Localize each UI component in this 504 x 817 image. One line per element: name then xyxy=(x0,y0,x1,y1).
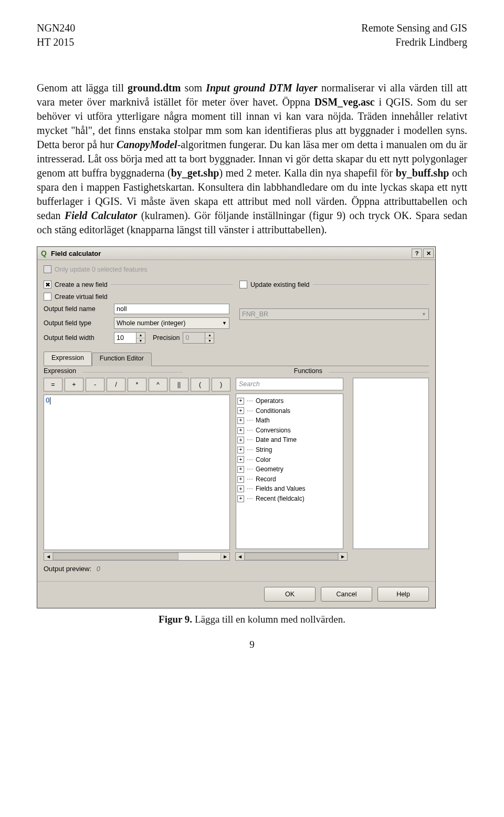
checkbox-icon xyxy=(44,265,51,273)
cancel-button[interactable]: Cancel xyxy=(321,587,372,602)
op-plus-button[interactable]: + xyxy=(65,378,83,391)
op-lparen-button[interactable]: ( xyxy=(191,378,209,391)
function-search-input[interactable]: Search xyxy=(236,378,343,390)
text: som xyxy=(181,82,206,94)
tree-dots-icon: ⋯ xyxy=(247,464,254,474)
output-type-dropdown[interactable]: Whole number (integer) ▼ xyxy=(114,317,229,329)
param-input-ground: Input ground DTM layer xyxy=(206,82,318,94)
scroll-right-icon[interactable]: ▶ xyxy=(338,553,347,560)
expand-icon[interactable]: + xyxy=(237,447,244,453)
scroll-right-icon[interactable]: ▶ xyxy=(220,553,229,560)
tree-label: Math xyxy=(256,416,270,426)
help-button[interactable]: Help xyxy=(377,587,429,602)
op-divide-button[interactable]: / xyxy=(107,378,125,391)
close-titlebar-button[interactable]: ✕ xyxy=(423,249,434,258)
tree-item-operators[interactable]: +⋯Operators xyxy=(237,396,342,406)
tree-hscrollbar[interactable]: ◀ ▶ xyxy=(235,552,348,561)
output-preview: Output preview: 0 xyxy=(44,565,429,573)
scroll-left-icon[interactable]: ◀ xyxy=(44,553,53,560)
tree-item-geometry[interactable]: +⋯Geometry xyxy=(237,464,342,474)
figure-text: Lägga till en kolumn med nollvärden. xyxy=(192,614,345,625)
tree-item-color[interactable]: +⋯Color xyxy=(237,455,342,465)
expand-icon[interactable]: + xyxy=(237,407,244,414)
scroll-track[interactable] xyxy=(245,553,338,560)
expand-icon[interactable]: + xyxy=(237,466,244,473)
op-rparen-button[interactable]: ) xyxy=(212,378,230,391)
existing-field-value: FNR_BR xyxy=(242,311,268,318)
functions-section-label: Functions xyxy=(294,366,322,378)
tree-dots-icon: ⋯ xyxy=(247,406,254,416)
search-placeholder: Search xyxy=(239,380,260,388)
output-name-input[interactable] xyxy=(114,304,229,314)
body-paragraph: Genom att lägga till ground.dtm som Inpu… xyxy=(37,81,467,237)
expression-textarea[interactable]: 0 xyxy=(44,395,230,550)
scroll-track[interactable] xyxy=(53,553,220,560)
expand-icon[interactable]: + xyxy=(237,456,244,463)
tree-dots-icon: ⋯ xyxy=(247,416,254,426)
text-cursor xyxy=(50,397,50,405)
tree-label: Conditionals xyxy=(256,406,290,416)
preview-value: 0 xyxy=(97,565,100,573)
tree-dots-icon: ⋯ xyxy=(247,484,254,494)
step-down-icon[interactable]: ▼ xyxy=(136,338,145,344)
tree-label: Date and Time xyxy=(256,435,297,445)
scroll-left-icon[interactable]: ◀ xyxy=(236,553,245,560)
expand-icon[interactable]: + xyxy=(237,398,244,405)
tree-item-record[interactable]: +⋯Record xyxy=(237,474,342,484)
expression-hscrollbar[interactable]: ◀ ▶ xyxy=(44,552,230,561)
tree-item-conversions[interactable]: +⋯Conversions xyxy=(237,426,342,436)
function-tree[interactable]: +⋯Operators +⋯Conditionals +⋯Math +⋯Conv… xyxy=(236,394,343,549)
create-virtual-field-checkbox[interactable]: Create virtual field xyxy=(44,293,233,301)
tab-function-editor[interactable]: Function Editor xyxy=(92,353,152,366)
tree-item-conditionals[interactable]: +⋯Conditionals xyxy=(237,406,342,416)
functions-column: Search +⋯Operators +⋯Conditionals +⋯Math… xyxy=(236,378,343,550)
scroll-thumb[interactable] xyxy=(53,553,178,560)
expand-icon[interactable]: + xyxy=(237,495,244,502)
output-width-stepper[interactable]: 10 ▲▼ xyxy=(114,332,145,344)
expand-icon[interactable]: + xyxy=(237,476,244,483)
scroll-thumb[interactable] xyxy=(245,553,338,560)
output-width-value: 10 xyxy=(114,332,136,344)
tree-label: String xyxy=(256,445,272,455)
tree-dots-icon: ⋯ xyxy=(247,426,254,436)
tab-expression[interactable]: Expression xyxy=(44,351,92,365)
ok-button[interactable]: OK xyxy=(264,587,316,602)
op-power-button[interactable]: ^ xyxy=(149,378,167,391)
create-new-field-checkbox[interactable]: ✖ Create a new field xyxy=(44,281,108,288)
op-equals-button[interactable]: = xyxy=(44,378,62,391)
text: Genom att lägga till xyxy=(37,82,128,94)
expand-icon[interactable]: + xyxy=(237,485,244,492)
op-minus-button[interactable]: - xyxy=(86,378,104,391)
function-description-panel xyxy=(353,378,429,549)
author: Fredrik Lindberg xyxy=(361,35,467,49)
expression-section-label: Expression xyxy=(44,366,76,378)
course-code: NGN240 xyxy=(37,21,75,35)
precision-stepper: 0 ▲▼ xyxy=(183,332,214,344)
dialog-title: Field calculator xyxy=(51,250,411,257)
term: HT 2015 xyxy=(37,35,75,49)
tree-label: Operators xyxy=(256,396,284,406)
course-title: Remote Sensing and GIS xyxy=(361,21,467,35)
page-number: 9 xyxy=(37,639,467,650)
tree-item-math[interactable]: +⋯Math xyxy=(237,416,342,426)
tree-item-datetime[interactable]: +⋯Date and Time xyxy=(237,435,342,445)
step-up-icon[interactable]: ▲ xyxy=(136,333,145,338)
precision-value: 0 xyxy=(183,332,205,344)
preview-label: Output preview: xyxy=(44,565,91,573)
tree-label: Conversions xyxy=(256,426,291,436)
help-titlebar-button[interactable]: ? xyxy=(412,249,422,258)
figure-label: Figur 9. xyxy=(159,614,192,625)
expand-icon[interactable]: + xyxy=(237,417,244,424)
expand-icon[interactable]: + xyxy=(237,437,244,443)
op-multiply-button[interactable]: * xyxy=(128,378,146,391)
expand-icon[interactable]: + xyxy=(237,427,244,434)
update-existing-checkbox[interactable]: Update existing field xyxy=(239,281,310,288)
tree-item-fields[interactable]: +⋯Fields and Values xyxy=(237,484,342,494)
field-calculator-dialog: Q Field calculator ? ✕ Only update 0 sel… xyxy=(37,246,436,608)
update-existing-label: Update existing field xyxy=(250,281,310,288)
operator-bar: = + - / * ^ || ( ) xyxy=(44,378,230,391)
tree-item-recent[interactable]: +⋯Recent (fieldcalc) xyxy=(237,494,342,504)
tree-item-string[interactable]: +⋯String xyxy=(237,445,342,455)
op-concat-button[interactable]: || xyxy=(170,378,188,391)
tree-label: Recent (fieldcalc) xyxy=(256,494,304,504)
